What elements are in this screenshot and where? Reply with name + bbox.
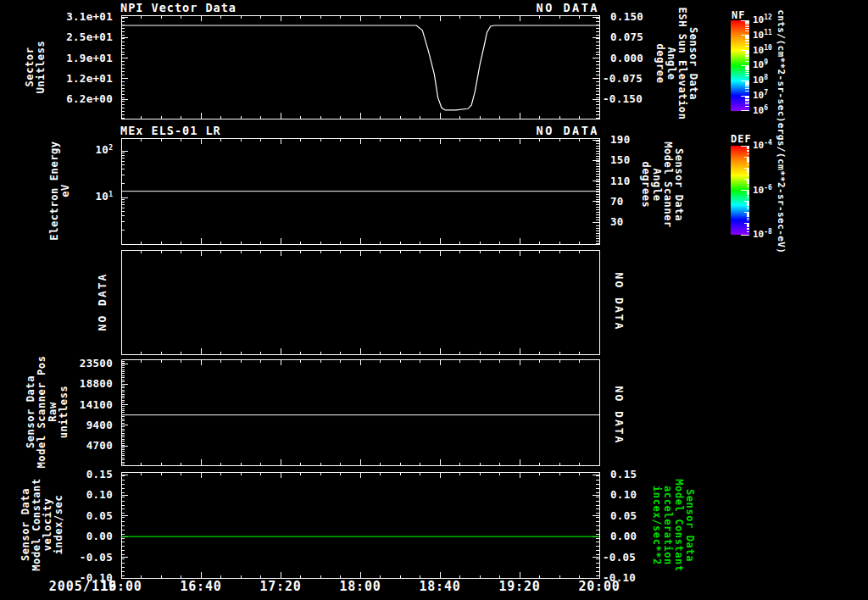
x-tick-label: 17:20 [259,579,301,594]
nf-colorbar-unit: cnts/(cm**2-sr-sec) [776,9,787,122]
y-tick-label-left: 2.5e+01 [66,31,113,43]
def-colorbar-tick-label: 10-6 [753,185,772,196]
y-axis-label-right: Sensor DataModel Constantaccelerationinc… [651,479,695,572]
plot-box-panel1 [121,15,599,119]
y-tick-label-right: 0.00 [610,530,637,542]
def-colorbar-tick-label: 10-8 [753,229,772,240]
y-tick-label-right: 190 [610,133,630,146]
y-tick-label-left: -0.05 [80,551,113,564]
def-colorbar [731,146,749,235]
y-axis-label-left: Sensor DataModel Constantvelocityindex/s… [20,478,64,571]
y-tick-label-left: 18800 [80,377,113,390]
y-tick-label-left: 14100 [80,398,113,411]
def-colorbar-unit: ergs/(cm**2-sr-sec-eV) [776,123,787,254]
y-tick-label-right: 0.10 [610,488,637,501]
x-tick-label: 18:00 [339,579,381,594]
nf-colorbar-tick-label: 106 [753,105,768,116]
y-tick-label-right: 0.05 [610,509,637,522]
nf-colorbar [731,20,749,111]
axis-label-line: ESH Sun Elevation [676,7,687,119]
plot-box-panel4 [121,359,599,465]
axis-label-line: eV [60,141,71,240]
y-axis-label-left: Sensor DataModel Scanner PosRawunitless [25,355,70,468]
axis-label-line: Angle [665,7,676,119]
x-tick-label: 16:40 [180,579,221,594]
panel2-status: NO DATA [537,124,599,137]
axis-label-line: degrees [640,142,651,228]
axis-label-line: index/sec [53,478,64,571]
nf-colorbar-tick-label: 1012 [753,14,772,25]
panel4-right-no-data: NO DATA [613,386,626,445]
y-tick-label-left-log: 101 [96,190,113,203]
panel1-status: NO DATA [537,1,599,14]
y-tick-label-left: 3.1e+01 [66,10,113,23]
data-curve-sun-elevation-angle [121,25,599,110]
axis-label-line: Sensor Data [687,7,698,119]
y-tick-label-right: 110 [610,175,630,187]
x-tick-label: 18:40 [419,579,460,594]
axis-label-line: Unitless [36,41,47,94]
panel2-title: MEx ELS-01 LR [120,124,221,137]
y-axis-label-left: SectorUnitless [25,41,47,94]
nf-colorbar-title: NF [732,9,745,21]
plot-box-panel5 [121,472,599,578]
y-tick-label-right: 0.15 [610,468,637,481]
y-tick-label-left-log: 102 [96,143,113,156]
y-tick-label-left: 0.10 [86,488,113,501]
y-axis-label-right: Sensor DataModel ScannerAngledegrees [640,142,684,228]
y-tick-label-right: -0.05 [603,551,636,564]
axis-label-line: Sensor Data [673,142,684,228]
nf-colorbar-tick-label: 1011 [753,30,772,41]
y-tick-label-right: -0.150 [603,92,643,105]
y-tick-label-left: -0.10 [80,571,113,584]
y-tick-label-left: 0.15 [86,468,113,481]
def-colorbar-tick-label: 10-4 [753,140,772,151]
nf-colorbar-tick-label: 109 [753,59,768,70]
nf-colorbar-tick-label: 107 [753,90,768,101]
y-tick-label-left: 0.00 [86,530,113,542]
y-tick-label-right: 0.000 [610,52,643,64]
y-tick-label-left: 9400 [86,419,113,431]
axis-ticks [121,15,599,578]
axis-label-line: incex/sec**2 [651,479,662,572]
nf-colorbar-tick-label: 108 [753,75,768,86]
telemetry-plot-screen: NPI Vector Data NO DATA MEx ELS-01 LR NO… [0,0,868,600]
def-colorbar-title: DEF [731,133,752,145]
y-tick-label-right: 70 [610,195,624,208]
y-axis-label-left: Electron EnergyeV [49,141,71,240]
y-tick-label-left: 0.05 [86,509,113,522]
axis-label-line: unitless [58,355,70,468]
plot-box-panel2 [121,138,599,244]
y-tick-label-left: 1.9e+01 [66,52,113,64]
y-tick-label-right: 150 [610,153,630,166]
y-tick-label-right: 0.075 [610,31,643,43]
y-tick-label-right: 0.150 [610,10,643,23]
axis-label-line: Model Constant [673,479,684,572]
axis-label-line: Sensor Data [684,479,695,572]
axis-label-line: Model Scanner [662,142,673,228]
y-tick-label-right: -0.075 [603,72,643,85]
panel1-title: NPI Vector Data [120,1,236,14]
axis-label-line: degree [654,7,665,119]
y-tick-label-left: 6.2e+00 [66,92,113,105]
y-tick-label-left: 23500 [80,357,113,369]
panel3-left-no-data: NO DATA [96,273,108,331]
plot-box-panel3 [121,250,599,354]
x-tick-label: 19:20 [498,579,540,594]
axis-label-line: Angle [651,142,662,228]
y-tick-label-right: -0.10 [603,571,636,584]
axis-label-line: acceleration [662,479,673,572]
panel3-right-no-data: NO DATA [613,273,626,331]
y-tick-label-left: 4700 [86,439,113,452]
y-axis-label-right: Sensor DataESH Sun ElevationAngledegree [654,7,698,119]
y-tick-label-right: 30 [610,215,624,228]
y-tick-label-left: 1.2e+01 [66,72,113,85]
nf-colorbar-tick-label: 1010 [753,45,772,56]
